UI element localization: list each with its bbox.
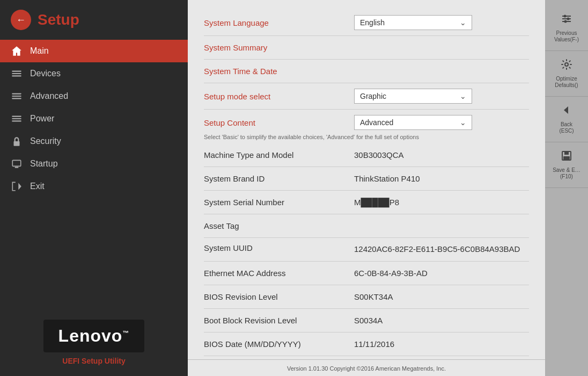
advanced-icon <box>11 90 23 102</box>
system-language-label: System Language <box>204 18 354 27</box>
footer-text: Version 1.01.30 Copyright ©2016 American… <box>287 365 446 372</box>
main-content: System Language English ⌄ System Summary… <box>188 0 545 376</box>
asset-tag-label: Asset Tag <box>204 221 354 230</box>
optimize-defaults-button[interactable]: OptimizeDefaults() <box>545 51 588 97</box>
boot-block-row: Boot Block Revision Level S0034A <box>204 309 529 332</box>
svg-rect-9 <box>14 141 20 146</box>
sliders-icon <box>561 13 572 28</box>
back-button-right[interactable]: Back(ESC) <box>545 97 588 142</box>
system-uuid-value: 12420AC6-82F2-E611-B9C5-6C0B84A93BAD <box>354 243 520 256</box>
system-language-chevron: ⌄ <box>460 18 466 27</box>
setup-content-value: Advanced <box>360 118 393 127</box>
devices-icon <box>11 68 23 79</box>
back-button[interactable]: ← <box>11 10 31 30</box>
ethernet-mac-label: Ethernet MAC Address <box>204 269 354 278</box>
setup-content-section: Setup Content Advanced ⌄ Select 'Basic' … <box>204 110 529 143</box>
bios-date-row: BIOS Date (MM/DD/YYYY) 11/11/2016 <box>204 332 529 356</box>
svg-rect-1 <box>12 73 21 74</box>
svg-rect-11 <box>15 167 19 168</box>
setup-content-dropdown[interactable]: Advanced ⌄ <box>354 115 472 130</box>
system-brand-value: ThinkStation P410 <box>354 174 420 183</box>
uefi-label: UEFI Setup Utility <box>62 357 125 365</box>
svg-rect-2 <box>12 75 21 76</box>
system-serial-row: System Serial Number M█████P8 <box>204 191 529 214</box>
sidebar-item-advanced-label: Advanced <box>30 91 68 101</box>
lock-icon <box>11 135 23 147</box>
nav-menu: Main Devices Advanced <box>0 40 188 309</box>
svg-point-16 <box>567 18 570 20</box>
machine-type-label: Machine Type and Model <box>204 150 354 160</box>
svg-rect-7 <box>12 118 21 119</box>
sidebar-item-security-label: Security <box>30 136 61 146</box>
optimize-defaults-label: OptimizeDefaults() <box>555 76 578 89</box>
sidebar-item-advanced[interactable]: Advanced <box>0 85 188 107</box>
home-icon <box>11 45 23 57</box>
svg-marker-19 <box>564 106 568 114</box>
sidebar-item-devices-label: Devices <box>30 69 61 78</box>
setup-mode-row: Setup mode select Graphic ⌄ <box>204 83 529 110</box>
svg-rect-8 <box>12 120 21 121</box>
lenovo-text: Lenovo™ <box>58 326 130 345</box>
system-serial-value: M█████P8 <box>354 198 399 207</box>
footer-bar: Version 1.01.30 Copyright ©2016 American… <box>188 359 545 376</box>
bios-revision-row: BIOS Revision Level S00KT34A <box>204 285 529 309</box>
save-exit-button[interactable]: Save & E…(F10) <box>545 142 588 188</box>
svg-point-17 <box>564 20 567 23</box>
back-arrow-icon: ← <box>16 15 26 26</box>
sidebar-item-startup-label: Startup <box>30 159 58 169</box>
svg-rect-6 <box>12 116 21 117</box>
system-brand-row: System Brand ID ThinkStation P410 <box>204 167 529 191</box>
svg-rect-10 <box>12 160 20 166</box>
bios-revision-label: BIOS Revision Level <box>204 292 354 301</box>
sidebar-item-security[interactable]: Security <box>0 130 188 153</box>
gear-icon <box>561 59 572 74</box>
machine-type-row: Machine Type and Model 30B3003QCA <box>204 143 529 167</box>
sidebar-item-devices[interactable]: Devices <box>0 62 188 85</box>
sidebar-header: ← Setup <box>0 0 188 40</box>
svg-rect-21 <box>564 151 569 155</box>
system-time-date-row[interactable]: System Time & Date <box>204 60 529 83</box>
right-panel: PreviousValues(F-) OptimizeDefaults() Ba… <box>545 0 588 376</box>
boot-block-value: S0034A <box>354 316 383 325</box>
svg-rect-3 <box>12 93 21 95</box>
sidebar-item-power[interactable]: Power <box>0 107 188 130</box>
lenovo-tm: ™ <box>122 329 129 337</box>
sidebar-item-power-label: Power <box>30 114 54 124</box>
system-summary-label: System Summary <box>204 43 354 52</box>
setup-mode-dropdown[interactable]: Graphic ⌄ <box>354 89 472 104</box>
content-scroll-area[interactable]: System Language English ⌄ System Summary… <box>188 0 545 359</box>
sidebar-item-exit-label: Exit <box>30 182 45 191</box>
system-brand-label: System Brand ID <box>204 174 354 183</box>
power-icon <box>11 113 23 125</box>
save-exit-label: Save & E…(F10) <box>553 167 580 180</box>
sidebar-title: Setup <box>38 11 79 28</box>
ethernet-mac-row: Ethernet MAC Address 6C-0B-84-A9-3B-AD <box>204 262 529 285</box>
setup-mode-chevron: ⌄ <box>460 92 466 100</box>
system-time-date-label: System Time & Date <box>204 67 354 76</box>
system-language-dropdown[interactable]: English ⌄ <box>354 15 472 30</box>
svg-rect-22 <box>563 156 570 160</box>
sidebar-item-exit[interactable]: Exit <box>0 175 188 198</box>
sidebar: ← Setup Main Devices <box>0 0 188 376</box>
back-icon <box>561 104 572 119</box>
bios-revision-value: S00KT34A <box>354 292 393 301</box>
asset-tag-row: Asset Tag <box>204 214 529 238</box>
svg-rect-0 <box>12 71 21 72</box>
system-language-row: System Language English ⌄ <box>204 10 529 36</box>
setup-content-row: Setup Content Advanced ⌄ <box>204 115 529 132</box>
back-label: Back(ESC) <box>559 121 574 134</box>
sidebar-item-main-label: Main <box>30 46 49 56</box>
previous-values-button[interactable]: PreviousValues(F-) <box>545 5 588 51</box>
startup-icon <box>11 158 23 170</box>
bios-date-value: 11/11/2016 <box>354 339 394 349</box>
setup-mode-label: Setup mode select <box>204 92 354 101</box>
sidebar-item-startup[interactable]: Startup <box>0 153 188 175</box>
system-uuid-row: System UUID 12420AC6-82F2-E611-B9C5-6C0B… <box>204 238 529 262</box>
system-summary-row[interactable]: System Summary <box>204 36 529 60</box>
sidebar-item-main[interactable]: Main <box>0 40 188 62</box>
svg-point-18 <box>565 63 568 66</box>
setup-content-chevron: ⌄ <box>460 118 466 127</box>
bios-date-label: BIOS Date (MM/DD/YYYY) <box>204 339 354 349</box>
lenovo-wordmark: Lenovo <box>58 326 123 345</box>
exit-icon <box>11 180 23 192</box>
